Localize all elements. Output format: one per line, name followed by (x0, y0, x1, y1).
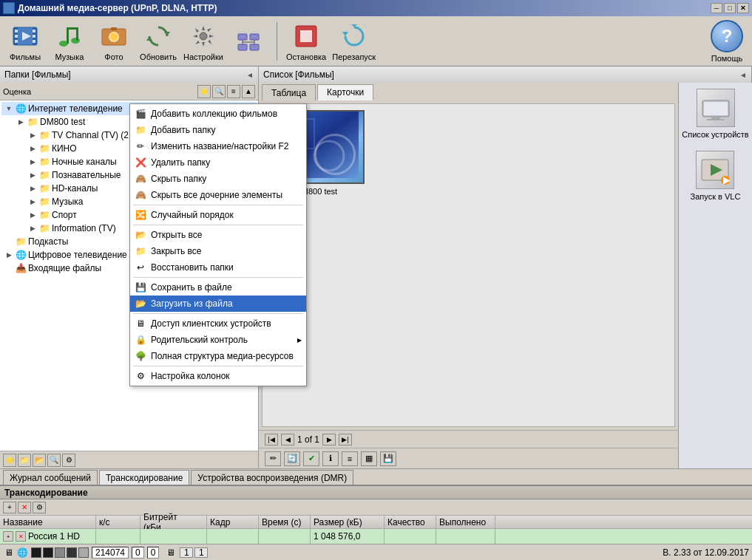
menu-rename[interactable]: ✏ Изменить название/настройки F2 (130, 138, 306, 154)
toolbar-settings[interactable]: Настройки (183, 21, 223, 61)
tree-bottom-btn-1[interactable]: ⭐ (3, 454, 16, 467)
menu-save-file[interactable]: 💾 Сохранить в файле (130, 279, 306, 296)
toolbar-restart[interactable]: Перезапуск (332, 21, 376, 61)
tab-table[interactable]: Таблица (262, 84, 316, 100)
menu-open-all[interactable]: 📂 Открыть все (130, 227, 306, 243)
transcoding-row[interactable]: + ✕ Россия 1 HD 1 048 576,0 (0, 529, 752, 544)
trans-btn-del[interactable]: ✕ (18, 502, 31, 513)
context-menu[interactable]: 🎬 Добавить коллекцию фильмов 📁 Добавить … (129, 103, 307, 386)
menu-load-file[interactable]: 📂 Загрузить из файла (130, 296, 306, 312)
vlc-button[interactable]: ▶ Запуск в VLC (691, 151, 741, 201)
tree-bottom-btn-2[interactable]: 📁 (18, 454, 31, 467)
tab-transcoding[interactable]: Транскодирование (99, 470, 189, 485)
toolbar-music[interactable]: Музыка (50, 21, 89, 61)
action-save[interactable]: 💾 (380, 451, 396, 466)
trans-row-btn-del[interactable]: ✕ (16, 531, 26, 542)
menu-parental[interactable]: 🔒 Родительский контроль ▶ (130, 332, 306, 348)
tree-bottom-btn-4[interactable]: 🔍 (47, 454, 61, 467)
tree-bottom-btn-3[interactable]: 📂 (33, 454, 46, 467)
color-btn-1[interactable] (31, 547, 41, 558)
left-panel-header: Папки [Фильмы] ◄ (0, 66, 259, 83)
svg-rect-37 (704, 102, 728, 115)
status-icon-3[interactable]: 🖥 (165, 547, 177, 559)
menu-full-structure[interactable]: 🌳 Полная структура медиа-ресурсов (130, 348, 306, 364)
svg-rect-30 (300, 30, 312, 42)
toolbar-photo[interactable]: Фото (95, 21, 133, 61)
expand-tv-channel[interactable]: ▶ (27, 129, 38, 141)
menu-delete-folder[interactable]: ❌ Удалить папку (130, 154, 306, 171)
menu-client-access[interactable]: 🖥 Доступ клиентских устройств (130, 315, 306, 332)
expand-podcasts[interactable] (3, 236, 15, 247)
expand-kino[interactable]: ▶ (27, 143, 38, 154)
close-button[interactable]: ✕ (737, 3, 749, 13)
expand-info[interactable]: ▶ (27, 222, 38, 234)
left-panel-collapse[interactable]: ◄ (246, 71, 254, 79)
menu-hide-all[interactable]: 🙈 Скрыть все дочерние элементы (130, 187, 306, 203)
devices-button[interactable]: Список устройств (682, 89, 748, 139)
tab-dmr[interactable]: Устройства воспроизведения (DMR) (191, 470, 353, 485)
right-panel-collapse[interactable]: ◄ (739, 71, 747, 79)
menu-columns[interactable]: ⚙ Настройка колонок (130, 368, 306, 384)
menu-restore[interactable]: ↩ Восстановить папки (130, 259, 306, 276)
action-edit[interactable]: ✏ (265, 451, 281, 466)
devices-icon (697, 89, 735, 127)
far-right-panel: Список устройств ▶ Запуск в VLC (678, 83, 752, 468)
tab-cards[interactable]: Карточки (317, 84, 373, 100)
menu-rename-label: Изменить название/настройки F2 (151, 141, 289, 151)
tree-btn-3[interactable]: ≡ (227, 85, 240, 98)
minimize-button[interactable]: ─ (711, 3, 722, 13)
tree-btn-1[interactable]: ⭐ (197, 85, 211, 98)
expand-sport[interactable]: ▶ (27, 209, 38, 221)
main-area: Папки [Фильмы] ◄ Список [Фильмы] ◄ Оценк… (0, 66, 752, 560)
trans-btn-3[interactable]: ⚙ (33, 502, 46, 513)
action-list[interactable]: ≡ (342, 451, 358, 466)
color-btn-4[interactable] (67, 547, 77, 558)
tree-btn-2[interactable]: 🔍 (212, 85, 226, 98)
menu-random[interactable]: 🔀 Случайный порядок (130, 207, 306, 223)
expand-hd[interactable]: ▶ (27, 182, 38, 194)
page-next[interactable]: ▶ (322, 434, 336, 445)
menu-add-collection[interactable]: 🎬 Добавить коллекцию фильмов (130, 106, 306, 122)
action-info[interactable]: ℹ (322, 451, 339, 466)
music-icon (55, 21, 84, 51)
expand-incoming[interactable] (3, 262, 15, 274)
trans-row-fps (96, 529, 140, 544)
films-label: Фильмы (10, 52, 41, 61)
color-btn-5[interactable] (78, 547, 89, 558)
action-ok[interactable]: ✔ (303, 451, 319, 466)
menu-add-folder[interactable]: 📁 Добавить папку (130, 122, 306, 138)
page-first[interactable]: |◀ (265, 434, 278, 445)
expand-dm800[interactable]: ▶ (15, 116, 27, 128)
page-prev[interactable]: ◀ (281, 434, 294, 445)
col-frame: Кадр (207, 516, 259, 529)
expand-digital[interactable]: ▶ (3, 249, 15, 261)
titlebar-buttons[interactable]: ─ □ ✕ (711, 3, 749, 13)
trans-row-btn-add[interactable]: + (3, 531, 13, 542)
toolbar-network[interactable] (229, 27, 268, 56)
tab-journal[interactable]: Журнал сообщений (3, 470, 98, 485)
expand-music2[interactable]: ▶ (27, 196, 38, 208)
tree-scroll-up[interactable]: ▲ (242, 85, 255, 98)
menu-close-all[interactable]: 📁 Закрыть все (130, 243, 306, 259)
maximize-button[interactable]: □ (724, 3, 736, 13)
toolbar-stop[interactable]: Остановка (286, 21, 326, 61)
tree-bottom-btn-5[interactable]: ⚙ (62, 454, 75, 467)
color-btn-2[interactable] (43, 547, 53, 558)
status-icon-1[interactable]: 🖥 (3, 547, 15, 559)
expand-internet-tv[interactable]: ▼ (3, 103, 15, 115)
toolbar-update[interactable]: Обновить (139, 21, 177, 61)
toolbar-help[interactable]: ? Помощь (708, 20, 746, 63)
expand-night[interactable]: ▶ (27, 156, 38, 168)
toolbar-films[interactable]: Фильмы (6, 21, 44, 61)
podcasts-label: Подкасты (28, 236, 68, 247)
status-icon-2[interactable]: 🌐 (16, 547, 28, 559)
expand-educ[interactable]: ▶ (27, 169, 38, 181)
action-refresh[interactable]: 🔄 (284, 451, 300, 466)
page-last[interactable]: ▶| (339, 434, 352, 445)
trans-row-done (436, 529, 495, 544)
menu-add-folder-icon: 📁 (135, 124, 146, 136)
menu-hide-folder[interactable]: 🙈 Скрыть папку (130, 171, 306, 187)
trans-btn-add[interactable]: + (3, 502, 16, 513)
action-grid[interactable]: ▦ (361, 451, 377, 466)
color-btn-3[interactable] (55, 547, 65, 558)
